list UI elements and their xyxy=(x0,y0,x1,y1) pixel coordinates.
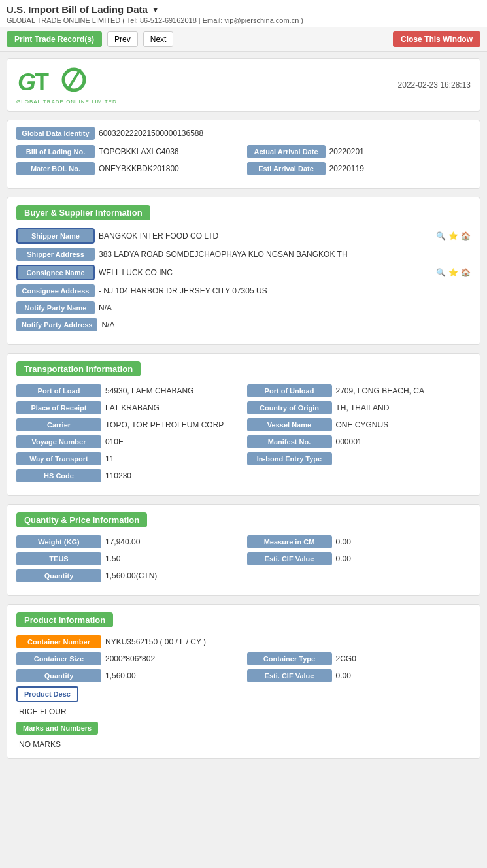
mater-bol-col: Mater BOL No. ONEYBKKBDK201800 xyxy=(16,162,241,175)
shipper-name-label: Shipper Name xyxy=(16,228,95,244)
global-data-identity-label: Global Data Identity xyxy=(16,127,95,140)
actual-arrival-col: Actual Arrival Date 20220201 xyxy=(247,145,471,158)
port-of-unload-label: Port of Unload xyxy=(247,384,332,397)
search-icon[interactable]: 🔍 xyxy=(436,231,446,241)
consignee-search-icon[interactable]: 🔍 xyxy=(436,268,446,277)
next-button[interactable]: Next xyxy=(143,31,174,47)
gto-logo: G T xyxy=(16,65,88,101)
transportation-title: Transportation Information xyxy=(16,361,471,384)
quantity-value: 1,560.00(CTN) xyxy=(105,571,471,580)
container-type-label: Container Type xyxy=(247,652,332,665)
hs-code-row: HS Code 110230 xyxy=(16,469,471,482)
print-button[interactable]: Print Trade Record(s) xyxy=(7,31,102,47)
carrier-value: TOPO, TOR PETROLEUM CORP xyxy=(105,420,241,429)
product-info-card: Product Information Container Number NYK… xyxy=(7,604,480,759)
consignee-name-value: WELL LUCK CO INC xyxy=(99,268,429,277)
global-data-identity-value: 600320222021500000136588 xyxy=(99,129,471,138)
shipper-address-row: Shipper Address 383 LADYA ROAD SOMDEJCHA… xyxy=(16,248,471,261)
marks-and-numbers-label: Marks and Numbers xyxy=(16,722,98,735)
close-window-button[interactable]: Close This Window xyxy=(393,31,480,47)
bol-col: Bill of Lading No. TOPOBKKLAXLC4036 xyxy=(16,145,241,158)
mater-bol-row: Mater BOL No. ONEYBKKBDK201800 Esti Arri… xyxy=(16,162,471,175)
consignee-star-icon[interactable]: ⭐ xyxy=(448,268,458,277)
mater-bol-value: ONEYBKKBDK201800 xyxy=(99,164,241,173)
hs-code-label: HS Code xyxy=(16,469,101,482)
quantity-label: Quantity xyxy=(16,569,101,582)
manifest-no-label: Manifest No. xyxy=(247,435,332,448)
marks-value-row: NO MARKS xyxy=(16,740,471,749)
svg-text:T: T xyxy=(35,69,49,95)
container-number-row: Container Number NYKU3562150 ( 00 / L / … xyxy=(16,635,471,648)
consignee-home-icon[interactable]: 🏠 xyxy=(461,268,471,277)
svg-line-3 xyxy=(67,69,80,90)
dropdown-arrow-icon[interactable]: ▼ xyxy=(152,5,160,14)
actual-arrival-label: Actual Arrival Date xyxy=(247,145,326,158)
teus-value: 1.50 xyxy=(105,554,241,563)
container-number-label: Container Number xyxy=(16,635,101,648)
product-qty-cif-row: Quantity 1,560.00 Esti. CIF Value 0.00 xyxy=(16,669,471,682)
shipper-name-row: Shipper Name BANGKOK INTER FOOD CO LTD 🔍… xyxy=(16,228,471,244)
container-size-label: Container Size xyxy=(16,652,101,665)
esti-arrival-value: 20220119 xyxy=(329,164,471,173)
toolbar: Print Trade Record(s) Prev Next Close Th… xyxy=(0,27,487,52)
global-data-identity-row: Global Data Identity 6003202220215000001… xyxy=(16,127,471,140)
product-desc-label: Product Desc xyxy=(16,686,78,702)
star-icon[interactable]: ⭐ xyxy=(448,231,458,241)
in-bond-entry-label: In-bond Entry Type xyxy=(247,452,332,465)
quantity-price-card: Quantity & Price Information Weight (KG)… xyxy=(7,504,480,596)
consignee-address-label: Consignee Address xyxy=(16,284,95,297)
receipt-origin-row: Place of Receipt LAT KRABANG Country of … xyxy=(16,401,471,414)
home-icon[interactable]: 🏠 xyxy=(461,231,471,241)
esti-arrival-col: Esti Arrival Date 20220119 xyxy=(247,162,471,175)
hs-code-value: 110230 xyxy=(105,471,471,480)
esti-cif-value: 0.00 xyxy=(336,554,471,563)
country-of-origin-label: Country of Origin xyxy=(247,401,332,414)
notify-party-address-value: N/A xyxy=(101,320,471,329)
shipper-name-value: BANGKOK INTER FOOD CO LTD xyxy=(99,231,429,241)
top-bar: U.S. Import Bill of Lading Data ▼ GLOBAL… xyxy=(0,0,487,27)
voyage-manifest-row: Voyage Number 010E Manifest No. 000001 xyxy=(16,435,471,448)
marks-value: NO MARKS xyxy=(19,740,61,749)
mater-bol-label: Mater BOL No. xyxy=(16,162,95,175)
port-of-load-label: Port of Load xyxy=(16,384,101,397)
product-quantity-value: 1,560.00 xyxy=(105,671,241,680)
basic-info-card: Global Data Identity 6003202220215000001… xyxy=(7,120,480,189)
weight-value: 17,940.00 xyxy=(105,537,241,546)
logo-area: G T GLOBAL TRADE ONLINE LIMITED xyxy=(16,65,117,105)
notify-party-name-row: Notify Party Name N/A xyxy=(16,301,471,314)
container-type-value: 2CG0 xyxy=(336,654,471,663)
vessel-name-value: ONE CYGNUS xyxy=(336,420,471,429)
buyer-supplier-card: Buyer & Supplier Information Shipper Nam… xyxy=(7,197,480,345)
vessel-name-label: Vessel Name xyxy=(247,418,332,431)
port-row: Port of Load 54930, LAEM CHABANG Port of… xyxy=(16,384,471,397)
notify-party-name-label: Notify Party Name xyxy=(16,301,95,314)
datetime: 2022-02-23 16:28:13 xyxy=(398,80,471,90)
svg-text:G: G xyxy=(18,69,36,95)
weight-measure-row: Weight (KG) 17,940.00 Measure in CM 0.00 xyxy=(16,535,471,548)
bol-value: TOPOBKKLAXLC4036 xyxy=(99,147,241,156)
marks-label-row: Marks and Numbers xyxy=(16,722,471,737)
product-desc-value: RICE FLOUR xyxy=(19,707,67,716)
carrier-label: Carrier xyxy=(16,418,101,431)
consignee-icons: 🔍 ⭐ 🏠 xyxy=(436,268,471,277)
container-size-value: 2000*806*802 xyxy=(105,654,241,663)
teus-label: TEUS xyxy=(16,552,101,565)
product-esti-cif-value: 0.00 xyxy=(336,671,471,680)
port-of-load-value: 54930, LAEM CHABANG xyxy=(105,386,241,395)
notify-party-address-label: Notify Party Address xyxy=(16,318,97,331)
header-card: G T GLOBAL TRADE ONLINE LIMITED 2022-02-… xyxy=(7,58,480,112)
quantity-price-title: Quantity & Price Information xyxy=(16,512,471,535)
notify-party-address-row: Notify Party Address N/A xyxy=(16,318,471,331)
way-of-transport-value: 11 xyxy=(105,454,241,463)
esti-arrival-label: Esti Arrival Date xyxy=(247,162,326,175)
actual-arrival-value: 20220201 xyxy=(329,147,471,156)
transportation-card: Transportation Information Port of Load … xyxy=(7,353,480,496)
quantity-row: Quantity 1,560.00(CTN) xyxy=(16,569,471,582)
container-number-value: NYKU3562150 ( 00 / L / CY ) xyxy=(105,637,471,646)
consignee-address-row: Consignee Address - NJ 104 HARBOR DR JER… xyxy=(16,284,471,297)
buyer-supplier-title: Buyer & Supplier Information xyxy=(16,205,471,228)
voyage-number-label: Voyage Number xyxy=(16,435,101,448)
voyage-number-value: 010E xyxy=(105,437,241,446)
prev-button[interactable]: Prev xyxy=(107,31,138,47)
measure-label: Measure in CM xyxy=(247,535,332,548)
